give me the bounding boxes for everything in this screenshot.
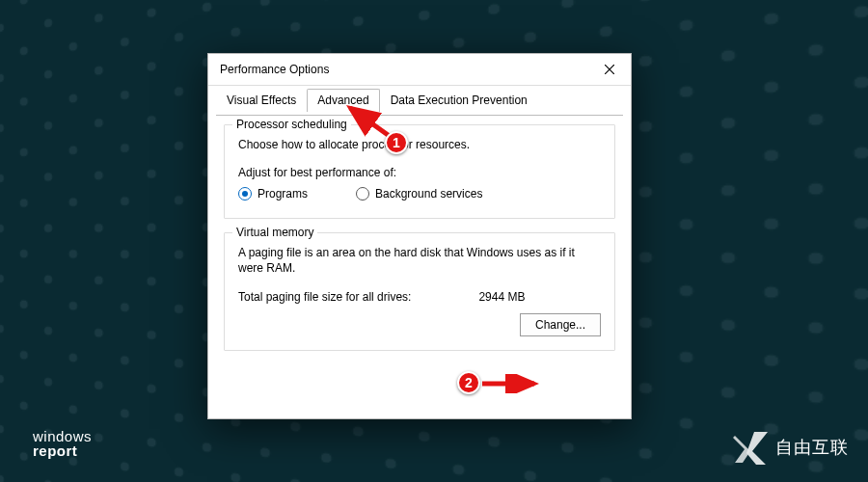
tabstrip: Visual Effects Advanced Data Execution P…	[208, 88, 631, 111]
watermark-right-text: 自由互联	[775, 436, 849, 459]
watermark-right: 自由互联	[731, 428, 849, 467]
paging-file-total-row: Total paging file size for all drives: 2…	[238, 290, 601, 304]
radio-programs[interactable]: Programs	[238, 187, 308, 201]
annotation-badge-2: 2	[457, 371, 480, 394]
radio-dot-icon	[238, 187, 252, 201]
processor-scheduling-group: Processor scheduling Choose how to alloc…	[224, 124, 615, 219]
radio-background-label: Background services	[375, 187, 482, 201]
dialog-content: Processor scheduling Choose how to alloc…	[208, 111, 631, 376]
close-button[interactable]	[598, 60, 621, 79]
tab-underline	[216, 115, 623, 116]
radio-programs-label: Programs	[258, 187, 308, 201]
radio-background-services[interactable]: Background services	[356, 187, 482, 201]
svg-line-2	[350, 108, 391, 137]
watermark-line2: report	[33, 443, 92, 459]
watermark-line1: windows	[33, 429, 92, 444]
tab-data-execution-prevention[interactable]: Data Execution Prevention	[380, 89, 538, 112]
processor-scheduling-legend: Processor scheduling	[232, 118, 351, 131]
adjust-performance-label: Adjust for best performance of:	[238, 166, 601, 179]
tab-visual-effects[interactable]: Visual Effects	[216, 89, 307, 112]
virtual-memory-legend: Virtual memory	[232, 226, 317, 239]
radio-dot-icon	[356, 187, 369, 201]
virtual-memory-description: A paging file is an area on the hard dis…	[238, 245, 601, 276]
watermark-windows-report: windows report	[33, 429, 92, 460]
paging-total-label: Total paging file size for all drives:	[238, 290, 411, 304]
annotation-badge-1: 1	[385, 131, 408, 154]
performance-options-dialog: Performance Options Visual Effects Advan…	[207, 53, 632, 419]
change-button[interactable]: Change...	[520, 313, 601, 336]
virtual-memory-group: Virtual memory A paging file is an area …	[224, 232, 615, 350]
close-icon	[605, 65, 614, 74]
titlebar: Performance Options	[208, 54, 631, 86]
radio-group-performance: Programs Background services	[238, 187, 601, 201]
x-logo-icon	[731, 428, 770, 467]
processor-scheduling-description: Choose how to allocate processor resourc…	[238, 137, 601, 152]
paging-total-value: 2944 MB	[478, 290, 525, 304]
annotation-arrow-2	[480, 374, 544, 393]
dialog-title: Performance Options	[220, 63, 329, 76]
